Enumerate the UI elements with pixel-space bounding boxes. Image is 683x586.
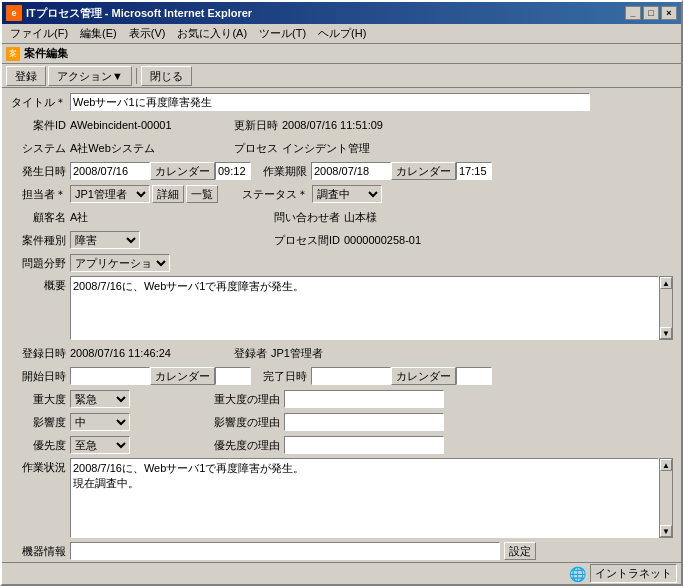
title-bar-left: e ITプロセス管理 - Microsoft Internet Explorer (6, 5, 252, 21)
action-button[interactable]: アクション▼ (48, 66, 132, 86)
setting-button[interactable]: 設定 (504, 542, 536, 560)
registrant-value: JP1管理者 (271, 346, 323, 361)
work-scroll-track (660, 471, 672, 525)
work-limit-date-input[interactable] (311, 162, 391, 180)
summary-label: 概要 (10, 276, 70, 293)
work-limit-time-input[interactable] (456, 162, 492, 180)
earth-icon: 🌐 (569, 566, 586, 582)
title-row: タイトル＊ (10, 92, 673, 112)
severity-select[interactable]: 緊急 (70, 390, 130, 408)
summary-scroll-down[interactable]: ▼ (660, 327, 672, 339)
content-area: タイトル＊ 案件ID AWebincident-00001 更新日時 2008/… (2, 88, 681, 566)
title-bar-buttons: _ □ × (625, 6, 677, 20)
title-input[interactable] (70, 93, 590, 111)
problem-select[interactable]: アプリケーション (70, 254, 170, 272)
work-scroll-up[interactable]: ▲ (660, 459, 672, 471)
system-process-row: システム A社Webシステム プロセス インシデント管理 (10, 138, 673, 158)
equipment-input[interactable] (70, 542, 500, 560)
work-scroll-down[interactable]: ▼ (660, 525, 672, 537)
reg-date-label: 登録日時 (10, 346, 70, 361)
impact-reason-input[interactable] (284, 413, 444, 431)
caseid-value: AWebincident-00001 (70, 119, 230, 131)
summary-scrollbar: ▲ ▼ (659, 276, 673, 340)
zone-label: イントラネット (590, 564, 677, 583)
work-limit-calendar-button[interactable]: カレンダー (391, 162, 456, 180)
work-status-textarea[interactable]: 2008/7/16に、Webサーバ1で再度障害が発生。 現在調査中。 (70, 458, 659, 538)
list-button[interactable]: 一覧 (186, 185, 218, 203)
caseid-label: 案件ID (10, 118, 70, 133)
title-bar: e ITプロセス管理 - Microsoft Internet Explorer… (2, 2, 681, 24)
customer-value: A社 (70, 210, 270, 225)
start-calendar-button[interactable]: カレンダー (150, 367, 215, 385)
problem-row: 問題分野 アプリケーション (10, 253, 673, 273)
close-window-button[interactable]: × (661, 6, 677, 20)
case-type-label: 案件種別 (10, 233, 70, 248)
menu-favorites[interactable]: お気に入り(A) (171, 24, 253, 43)
register-button[interactable]: 登録 (6, 66, 46, 86)
menu-help[interactable]: ヘルプ(H) (312, 24, 372, 43)
process-value: インシデント管理 (282, 141, 370, 156)
start-date-input[interactable] (70, 367, 150, 385)
status-bar: 🌐 イントラネット (2, 562, 681, 584)
equipment-label: 機器情報 (10, 544, 70, 559)
summary-row: 概要 2008/7/16に、Webサーバ1で再度障害が発生。 ▲ ▼ (10, 276, 673, 340)
registrant-label: 登録者 (230, 346, 271, 361)
summary-scroll-up[interactable]: ▲ (660, 277, 672, 289)
assignee-label: 担当者＊ (10, 187, 70, 202)
summary-textarea[interactable]: 2008/7/16に、Webサーバ1で再度障害が発生。 (70, 276, 659, 340)
menu-file[interactable]: ファイル(F) (4, 24, 74, 43)
updated-label: 更新日時 (230, 118, 282, 133)
status-label: ステータス＊ (238, 187, 312, 202)
impact-label: 影響度 (10, 415, 70, 430)
status-select[interactable]: 調査中 (312, 185, 382, 203)
close-button[interactable]: 閉じる (141, 66, 192, 86)
severity-label: 重大度 (10, 392, 70, 407)
occur-date-label: 発生日時 (10, 164, 70, 179)
section-title: 案件編集 (24, 46, 68, 61)
complete-time-input[interactable] (456, 367, 492, 385)
customer-inquiry-row: 顧客名 A社 問い合わせ者 山本様 (10, 207, 673, 227)
toolbar-separator (136, 68, 137, 84)
work-status-scrollbar: ▲ ▼ (659, 458, 673, 538)
section-icon: 案 (6, 47, 20, 61)
customer-label: 顧客名 (10, 210, 70, 225)
menu-bar: ファイル(F) 編集(E) 表示(V) お気に入り(A) ツール(T) ヘルプ(… (2, 24, 681, 44)
updated-value: 2008/07/16 11:51:09 (282, 119, 383, 131)
reg-date-value: 2008/07/16 11:46:24 (70, 347, 230, 359)
menu-edit[interactable]: 編集(E) (74, 24, 123, 43)
complete-date-label: 完了日時 (259, 369, 311, 384)
priority-label: 優先度 (10, 438, 70, 453)
occur-calendar-button[interactable]: カレンダー (150, 162, 215, 180)
detail-button[interactable]: 詳細 (152, 185, 184, 203)
severity-row: 重大度 緊急 重大度の理由 (10, 389, 673, 409)
impact-select[interactable]: 中 (70, 413, 130, 431)
menu-tools[interactable]: ツール(T) (253, 24, 312, 43)
minimize-button[interactable]: _ (625, 6, 641, 20)
priority-reason-input[interactable] (284, 436, 444, 454)
severity-reason-label: 重大度の理由 (210, 392, 284, 407)
complete-date-input[interactable] (311, 367, 391, 385)
inquiry-label: 問い合わせ者 (270, 210, 344, 225)
process-id-value: 0000000258-01 (344, 234, 421, 246)
main-window: e ITプロセス管理 - Microsoft Internet Explorer… (0, 0, 683, 586)
maximize-button[interactable]: □ (643, 6, 659, 20)
start-time-input[interactable] (215, 367, 251, 385)
priority-select[interactable]: 至急 (70, 436, 130, 454)
caseid-updated-row: 案件ID AWebincident-00001 更新日時 2008/07/16 … (10, 115, 673, 135)
casetype-processid-row: 案件種別 障害 プロセス間ID 0000000258-01 (10, 230, 673, 250)
severity-reason-input[interactable] (284, 390, 444, 408)
priority-row: 優先度 至急 優先度の理由 (10, 435, 673, 455)
occur-date-input[interactable] (70, 162, 150, 180)
case-type-select[interactable]: 障害 (70, 231, 140, 249)
system-value: A社Webシステム (70, 141, 230, 156)
assignee-select[interactable]: JP1管理者 (70, 185, 150, 203)
complete-calendar-button[interactable]: カレンダー (391, 367, 456, 385)
occur-time-input[interactable] (215, 162, 251, 180)
summary-scroll-track (660, 289, 672, 327)
menu-view[interactable]: 表示(V) (123, 24, 172, 43)
impact-row: 影響度 中 影響度の理由 (10, 412, 673, 432)
start-complete-row: 開始日時 カレンダー 完了日時 カレンダー (10, 366, 673, 386)
system-label: システム (10, 141, 70, 156)
impact-reason-label: 影響度の理由 (210, 415, 284, 430)
equipment-row: 機器情報 設定 (10, 541, 673, 561)
